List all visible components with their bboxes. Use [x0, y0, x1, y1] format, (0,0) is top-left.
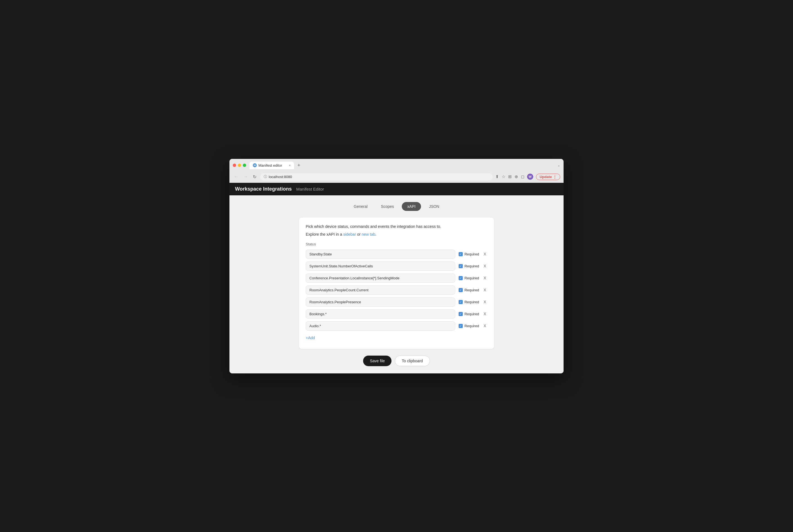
- avatar[interactable]: W: [527, 174, 533, 180]
- checkmark-icon-3: ✓: [459, 277, 462, 280]
- remove-btn-7[interactable]: X: [482, 324, 487, 328]
- status-input-2[interactable]: [306, 262, 455, 271]
- title-bar: M Manifest editor × + ⌄: [229, 159, 564, 171]
- status-item-1: ✓ Required X: [306, 250, 487, 259]
- nav-back-button[interactable]: ←: [233, 174, 239, 180]
- remove-btn-2[interactable]: X: [482, 264, 487, 268]
- cisco-icon[interactable]: ⊕: [515, 174, 518, 179]
- status-input-6[interactable]: [306, 309, 455, 319]
- tab-json[interactable]: JSON: [423, 202, 445, 211]
- close-control[interactable]: [233, 164, 236, 167]
- url-text: localhost:8080: [269, 175, 292, 179]
- card-link-text: Explore the xAPI in a sidebar or new tab…: [306, 232, 487, 236]
- required-checkbox-5[interactable]: ✓: [459, 300, 463, 304]
- card-description: Pick which device status, commands and e…: [306, 224, 487, 229]
- address-bar: ← → ↻ ⓘ localhost:8080 ⬆ ☆ ⊞ ⊕ ◻ W Updat…: [229, 171, 564, 183]
- status-item-2: ✓ Required X: [306, 262, 487, 271]
- status-list: ✓ Required X ✓ Required X: [306, 250, 487, 330]
- url-bar[interactable]: ⓘ localhost:8080: [260, 173, 493, 180]
- required-label-6: Required: [464, 312, 479, 316]
- update-button[interactable]: Update ⋮: [536, 174, 560, 180]
- status-required-2: ✓ Required: [459, 264, 479, 268]
- tab-navigation: General Scopes xAPI JSON: [236, 202, 557, 211]
- app-header: Workspace Integrations Manifest Editor: [229, 183, 564, 195]
- window-controls: [233, 164, 246, 167]
- main-content: General Scopes xAPI JSON Pick which devi…: [229, 195, 564, 374]
- checkmark-icon-1: ✓: [459, 253, 462, 256]
- new-tab-button[interactable]: +: [295, 163, 303, 168]
- tab-general[interactable]: General: [348, 202, 373, 211]
- required-label-5: Required: [464, 300, 479, 304]
- nav-refresh-button[interactable]: ↻: [252, 174, 258, 180]
- nav-forward-button[interactable]: →: [242, 174, 249, 180]
- status-required-1: ✓ Required: [459, 252, 479, 256]
- status-required-7: ✓ Required: [459, 324, 479, 328]
- xapi-card: Pick which device status, commands and e…: [299, 217, 494, 349]
- status-required-5: ✓ Required: [459, 300, 479, 304]
- update-dots: ⋮: [553, 175, 557, 179]
- status-input-1[interactable]: [306, 250, 455, 259]
- status-required-6: ✓ Required: [459, 312, 479, 316]
- browser-window: M Manifest editor × + ⌄ ← → ↻ ⓘ localhos…: [229, 159, 564, 374]
- required-label-1: Required: [464, 252, 479, 256]
- status-item-5: ✓ Required X: [306, 298, 487, 307]
- required-checkbox-6[interactable]: ✓: [459, 312, 463, 316]
- status-input-5[interactable]: [306, 298, 455, 307]
- checkmark-icon-5: ✓: [459, 301, 462, 304]
- required-label-2: Required: [464, 264, 479, 268]
- checkmark-icon-7: ✓: [459, 324, 462, 327]
- status-input-3[interactable]: [306, 273, 455, 283]
- status-input-4[interactable]: [306, 285, 455, 294]
- save-file-button[interactable]: Save file: [363, 356, 391, 366]
- tab-close-btn[interactable]: ×: [289, 164, 291, 167]
- bottom-actions: Save file To clipboard: [236, 356, 557, 366]
- remove-btn-1[interactable]: X: [482, 252, 487, 256]
- status-input-7[interactable]: [306, 321, 455, 330]
- required-checkbox-4[interactable]: ✓: [459, 288, 463, 292]
- clipboard-button[interactable]: To clipboard: [395, 356, 430, 366]
- status-item-7: ✓ Required X: [306, 321, 487, 330]
- section-status-label: Status: [306, 242, 487, 246]
- remove-btn-5[interactable]: X: [482, 300, 487, 304]
- status-item-4: ✓ Required X: [306, 285, 487, 294]
- url-security-icon: ⓘ: [264, 174, 267, 179]
- newtab-link[interactable]: new tab: [362, 232, 375, 236]
- remove-btn-3[interactable]: X: [482, 276, 487, 280]
- required-label-4: Required: [464, 288, 479, 292]
- required-checkbox-7[interactable]: ✓: [459, 324, 463, 328]
- status-item-6: ✓ Required X: [306, 309, 487, 319]
- tab-favicon: M: [253, 163, 257, 167]
- checkmark-icon-6: ✓: [459, 312, 462, 316]
- tab-bar: M Manifest editor × + ⌄: [250, 162, 560, 169]
- minimize-control[interactable]: [238, 164, 241, 167]
- checkmark-icon-4: ✓: [459, 288, 462, 291]
- required-label-7: Required: [464, 324, 479, 328]
- tab-chevron: ⌄: [557, 163, 560, 167]
- remove-btn-6[interactable]: X: [482, 311, 487, 316]
- app-title: Workspace Integrations: [235, 186, 292, 192]
- status-item-3: ✓ Required X: [306, 273, 487, 283]
- tab-title: Manifest editor: [258, 163, 282, 168]
- bookmark-icon[interactable]: ☆: [502, 174, 505, 179]
- extensions-icon[interactable]: ⊞: [508, 174, 512, 179]
- required-checkbox-3[interactable]: ✓: [459, 276, 463, 280]
- maximize-control[interactable]: [243, 164, 246, 167]
- add-status-button[interactable]: +Add: [306, 333, 315, 342]
- required-checkbox-1[interactable]: ✓: [459, 252, 463, 256]
- app-subtitle: Manifest Editor: [296, 187, 324, 191]
- sidebar-link[interactable]: sidebar: [343, 232, 356, 236]
- remove-btn-4[interactable]: X: [482, 288, 487, 292]
- required-checkbox-2[interactable]: ✓: [459, 264, 463, 268]
- split-view-icon[interactable]: ◻: [521, 174, 524, 179]
- status-required-4: ✓ Required: [459, 288, 479, 292]
- toolbar-icons: ⬆ ☆ ⊞ ⊕ ◻ W Update ⋮: [495, 174, 560, 180]
- browser-tab[interactable]: M Manifest editor ×: [250, 162, 294, 169]
- tab-xapi[interactable]: xAPI: [402, 202, 421, 211]
- share-icon[interactable]: ⬆: [495, 174, 499, 179]
- update-label: Update: [540, 175, 552, 179]
- status-required-3: ✓ Required: [459, 276, 479, 280]
- tab-scopes[interactable]: Scopes: [375, 202, 400, 211]
- required-label-3: Required: [464, 276, 479, 280]
- checkmark-icon-2: ✓: [459, 265, 462, 268]
